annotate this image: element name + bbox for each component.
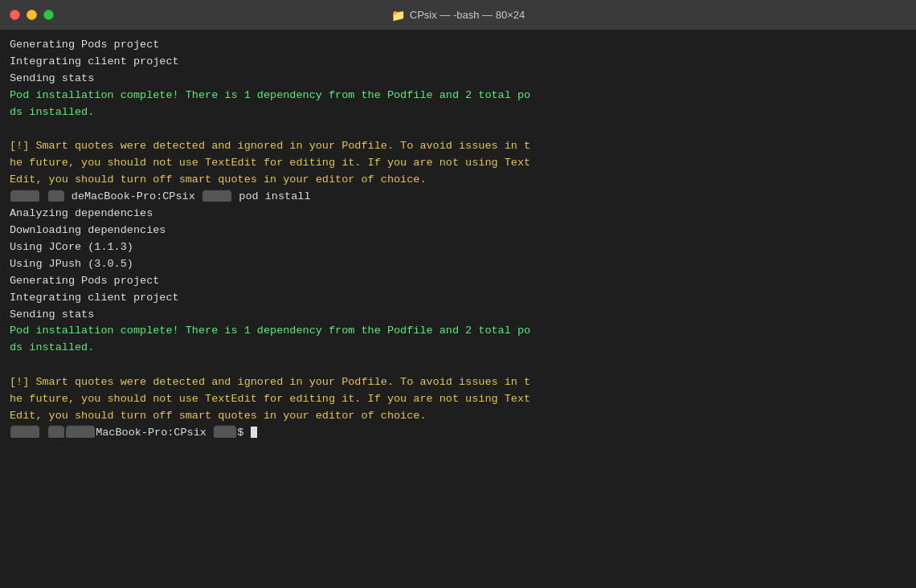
redacted-user3: ████	[202, 191, 231, 202]
terminal-line: Sending stats	[10, 307, 906, 324]
terminal-line: Integrating client project	[10, 54, 906, 71]
terminal-line-success: Pod installation complete! There is 1 de…	[10, 88, 906, 121]
blank-line	[10, 357, 906, 374]
terminal-line: Using JCore (1.1.3)	[10, 239, 906, 256]
title-label: CPsix — -bash — 80×24	[410, 9, 525, 21]
terminal-prompt-run: ████ ██ deMacBook-Pro:CPsix ████ pod ins…	[10, 189, 906, 206]
terminal-line: Using JPush (3.0.5)	[10, 256, 906, 273]
terminal-line: Sending stats	[10, 71, 906, 88]
redacted-user7: ███	[214, 427, 236, 438]
terminal-prompt-final: ████ ██████MacBook-Pro:CPsix ███$	[10, 425, 906, 442]
redacted-user5: ██	[48, 427, 64, 438]
terminal-line: Generating Pods project	[10, 37, 906, 54]
window-title: 📁 CPsix — -bash — 80×24	[391, 9, 525, 22]
minimize-button[interactable]	[27, 10, 37, 20]
close-button[interactable]	[10, 10, 20, 20]
terminal-body[interactable]: Generating Pods project Integrating clie…	[0, 31, 916, 588]
titlebar: 📁 CPsix — -bash — 80×24	[0, 0, 916, 31]
redacted-user4: ████	[10, 427, 39, 438]
redacted-user2: ██	[48, 191, 64, 202]
blank-line	[10, 121, 906, 139]
terminal-line: Analyzing dependencies	[10, 206, 906, 223]
terminal-window: 📁 CPsix — -bash — 80×24 Generating Pods …	[0, 0, 916, 588]
terminal-line: Integrating client project	[10, 290, 906, 307]
traffic-lights	[10, 10, 54, 20]
folder-icon: 📁	[391, 9, 405, 22]
terminal-line-success-2: Pod installation complete! There is 1 de…	[10, 323, 906, 357]
redacted-user1: ████	[10, 191, 39, 202]
terminal-line-warning: [!] Smart quotes were detected and ignor…	[10, 138, 906, 189]
terminal-line-warning-2: [!] Smart quotes were detected and ignor…	[10, 374, 906, 425]
terminal-line: Generating Pods project	[10, 273, 906, 290]
terminal-cursor	[251, 427, 257, 438]
maximize-button[interactable]	[43, 10, 54, 20]
terminal-line: Downloading dependencies	[10, 223, 906, 239]
redacted-user6: ████	[66, 427, 95, 438]
